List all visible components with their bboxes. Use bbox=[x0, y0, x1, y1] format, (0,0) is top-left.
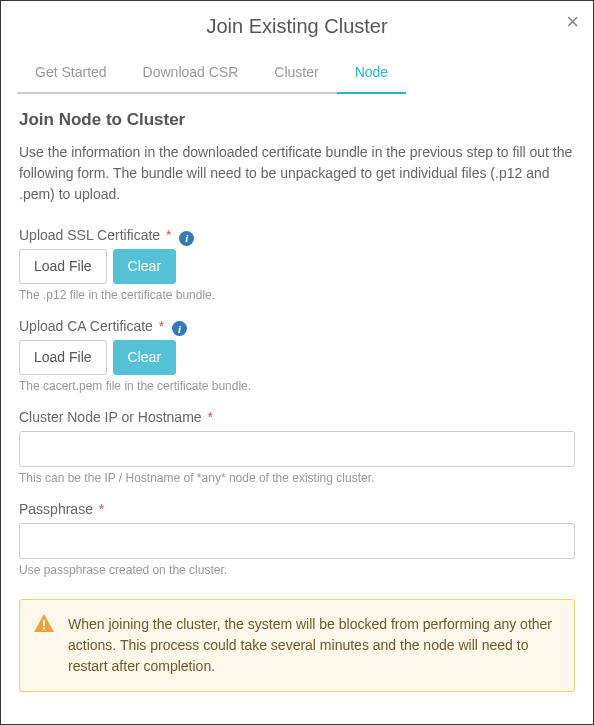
svg-rect-0 bbox=[43, 620, 45, 626]
required-marker: * bbox=[159, 318, 164, 334]
tab-download-csr[interactable]: Download CSR bbox=[125, 54, 257, 94]
info-icon[interactable]: i bbox=[172, 321, 187, 336]
required-marker: * bbox=[99, 501, 104, 517]
warning-icon bbox=[34, 614, 54, 632]
passphrase-group: Passphrase * Use passphrase created on t… bbox=[19, 501, 575, 577]
tab-cluster[interactable]: Cluster bbox=[256, 54, 336, 94]
ca-group: Upload CA Certificate * i Load File Clea… bbox=[19, 318, 575, 393]
ca-label: Upload CA Certificate bbox=[19, 318, 153, 334]
modal-title: Join Existing Cluster bbox=[21, 15, 573, 38]
ca-hint: The cacert.pem file in the certificate b… bbox=[19, 379, 575, 393]
warning-alert: When joining the cluster, the system wil… bbox=[19, 599, 575, 692]
passphrase-hint: Use passphrase created on the cluster. bbox=[19, 563, 575, 577]
warning-text: When joining the cluster, the system wil… bbox=[68, 616, 552, 674]
close-icon[interactable]: × bbox=[566, 11, 579, 33]
ca-load-file-button[interactable]: Load File bbox=[19, 340, 107, 375]
hostname-input[interactable] bbox=[19, 431, 575, 467]
ssl-hint: The .p12 file in the certificate bundle. bbox=[19, 288, 575, 302]
modal-header: Join Existing Cluster × bbox=[1, 1, 593, 48]
svg-rect-1 bbox=[43, 627, 45, 629]
passphrase-label: Passphrase bbox=[19, 501, 93, 517]
ssl-label: Upload SSL Certificate bbox=[19, 227, 160, 243]
required-marker: * bbox=[208, 409, 213, 425]
hostname-label: Cluster Node IP or Hostname bbox=[19, 409, 202, 425]
required-marker: * bbox=[166, 227, 171, 243]
ssl-clear-button[interactable]: Clear bbox=[113, 249, 176, 284]
content: Join Node to Cluster Use the information… bbox=[1, 94, 593, 708]
section-title: Join Node to Cluster bbox=[19, 110, 575, 130]
tab-node[interactable]: Node bbox=[337, 54, 406, 94]
section-description: Use the information in the downloaded ce… bbox=[19, 142, 575, 205]
hostname-group: Cluster Node IP or Hostname * This can b… bbox=[19, 409, 575, 485]
ssl-load-file-button[interactable]: Load File bbox=[19, 249, 107, 284]
ssl-group: Upload SSL Certificate * i Load File Cle… bbox=[19, 227, 575, 302]
ca-clear-button[interactable]: Clear bbox=[113, 340, 176, 375]
hostname-hint: This can be the IP / Hostname of *any* n… bbox=[19, 471, 575, 485]
passphrase-input[interactable] bbox=[19, 523, 575, 559]
tabs: Get Started Download CSR Cluster Node bbox=[1, 54, 593, 94]
tab-get-started[interactable]: Get Started bbox=[17, 54, 125, 94]
info-icon[interactable]: i bbox=[179, 231, 194, 246]
